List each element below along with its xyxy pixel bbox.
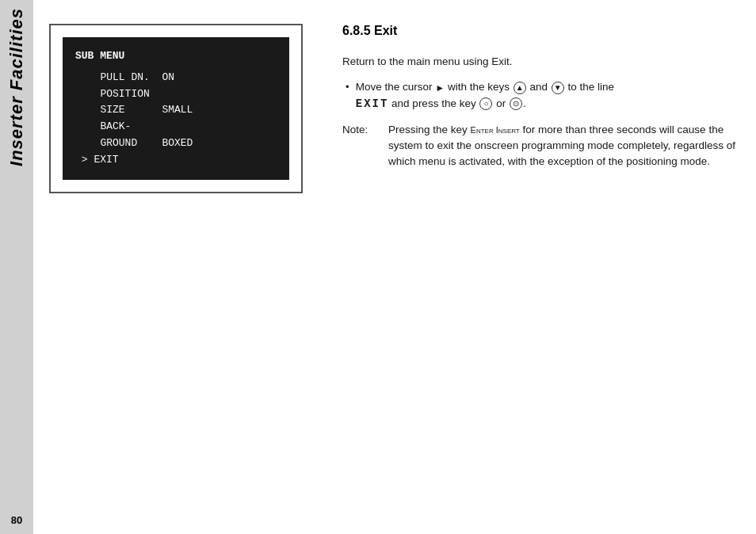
bullet-item: • Move the cursor ► with the keys ▲ and … xyxy=(346,79,740,112)
key-alt: ⊙ xyxy=(510,97,522,110)
menu-item-size: SIZE SMALL xyxy=(75,102,277,119)
right-panel: 6.8.5 Exit Return to the main menu using… xyxy=(342,16,740,518)
menu-item-position: POSITION xyxy=(75,86,277,103)
screen-display: SUB MENU PULL DN. ON POSITION SIZE SMALL… xyxy=(63,37,289,180)
menu-item-exit: > EXIT xyxy=(75,152,277,169)
note-row: Note: Pressing the key Enter Insert for … xyxy=(342,122,740,170)
sidebar: Inserter Facilities 80 xyxy=(0,0,33,534)
page-number: 80 xyxy=(11,514,22,526)
menu-item-ground: GROUND BOXED xyxy=(75,135,277,152)
menu-item-back: BACK- xyxy=(75,119,277,135)
sidebar-title: Inserter Facilities xyxy=(6,8,27,166)
menu-item-pulldn: PULL DN. ON xyxy=(75,70,277,86)
section-heading: 6.8.5 Exit xyxy=(342,24,740,38)
note-label: Note: xyxy=(342,122,376,170)
key-down: ▼ xyxy=(552,82,564,94)
intro-text: Return to the main menu using Exit. xyxy=(342,54,740,70)
menu-title: SUB MENU xyxy=(75,48,277,65)
cursor-chevron: ► xyxy=(435,81,445,95)
screen-frame: SUB MENU PULL DN. ON POSITION SIZE SMALL… xyxy=(49,24,303,193)
enter-insert-label: Enter Insert xyxy=(471,125,520,135)
key-up: ▲ xyxy=(514,82,526,94)
main-content: SUB MENU PULL DN. ON POSITION SIZE SMALL… xyxy=(33,0,756,534)
bullet-content: Move the cursor ► with the keys ▲ and ▼ … xyxy=(356,79,740,112)
bullet-symbol: • xyxy=(346,79,349,112)
left-panel: SUB MENU PULL DN. ON POSITION SIZE SMALL… xyxy=(49,16,319,518)
exit-code: EXIT xyxy=(356,97,389,110)
note-text: Pressing the key Enter Insert for more t… xyxy=(388,122,740,170)
key-enter: ○ xyxy=(479,97,492,110)
